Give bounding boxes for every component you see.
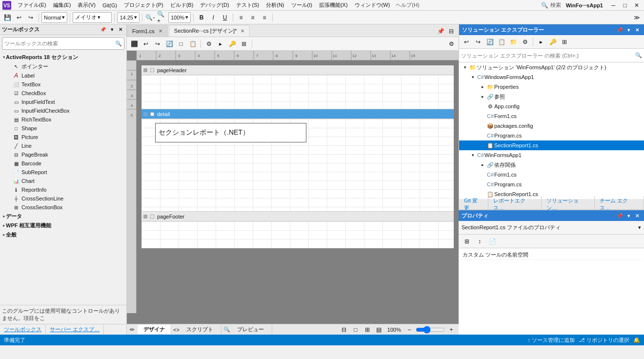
zoom-in-button[interactable]: 🔍+: [157, 12, 167, 23]
props-categorize-button[interactable]: ⊞: [462, 236, 472, 247]
sol-btn8[interactable]: 🔑: [547, 37, 558, 47]
solution-chevron-button[interactable]: ▾: [624, 26, 632, 34]
tab-designer[interactable]: デザイナ: [138, 325, 171, 334]
solution-search-input[interactable]: [461, 53, 634, 59]
tab-script[interactable]: スクリプト: [181, 325, 219, 334]
designer-btn10[interactable]: ⊞: [239, 39, 249, 49]
toolbox-search-box[interactable]: 🔍: [2, 37, 124, 50]
designer-btn8[interactable]: ▸: [215, 39, 226, 49]
toolbox-item-pagebreak[interactable]: ⊟ PageBreak: [1, 150, 125, 159]
report-textbox[interactable]: セクションレポート（.NET）: [155, 123, 306, 142]
sol-btn4[interactable]: 📋: [496, 37, 507, 47]
toolbox-item-textbox[interactable]: ⬜ TextBox: [1, 80, 125, 89]
tab-sectionreport[interactable]: SectionRe···cs [デザイン]* ✕: [169, 25, 250, 37]
sol-dependencies[interactable]: ▸ 🔗 依存関係: [459, 160, 644, 170]
toolbox-tab-toolbox[interactable]: ツールボックス: [0, 325, 46, 334]
props-close-button[interactable]: ✕: [633, 212, 641, 219]
sol-project-winforms[interactable]: ▾ C# WinFormsApp1: [459, 150, 644, 160]
menu-debug[interactable]: デバッグ(D): [197, 0, 232, 10]
sol-programcs-2[interactable]: C# Program.cs: [459, 180, 644, 189]
toolbox-item-picture[interactable]: 🖼 Picture: [1, 133, 125, 141]
sol-btn9[interactable]: ⊞: [559, 37, 570, 47]
toolbox-section-wpf[interactable]: ▸ WPF 相互運用機能: [1, 221, 125, 230]
menu-window[interactable]: ウィンドウ(W): [352, 0, 393, 10]
toolbox-item-crosssectionbox[interactable]: ⊞ CrossSectionBox: [1, 203, 125, 212]
sol-btn6[interactable]: ⚙: [520, 37, 530, 47]
menu-project[interactable]: プロジェクト(P): [121, 0, 166, 10]
menu-help[interactable]: ヘルプ(H): [396, 1, 419, 9]
menu-build[interactable]: ビルド(B): [167, 0, 197, 10]
menu-test[interactable]: テスト(S): [233, 0, 262, 10]
layout-btn1[interactable]: ⊟: [339, 324, 349, 335]
toolbox-item-pointer[interactable]: ↖ ポインター: [1, 62, 125, 71]
toolbox-item-inputfieldcheckbox[interactable]: ▭ InputFieldCheckBox: [1, 106, 125, 115]
designer-cursor-button[interactable]: ✏: [127, 324, 138, 335]
menu-git[interactable]: Git(G): [100, 1, 120, 9]
style-dropdown[interactable]: Normal: [41, 12, 67, 23]
save-button[interactable]: 💾: [2, 12, 13, 23]
toolbox-tab-server[interactable]: サーバー エクスプ…: [46, 325, 104, 334]
align-center-button[interactable]: ≡: [247, 12, 258, 23]
section-header-pagefooter[interactable]: pageFooter: [141, 212, 454, 221]
repo-select-link[interactable]: ⎇ リポジトリの選択: [579, 337, 629, 344]
section-header-pageheader[interactable]: pageHeader: [141, 65, 454, 75]
menu-view[interactable]: 表示(V): [75, 0, 99, 10]
undo-button[interactable]: ↩: [14, 12, 24, 23]
menu-file[interactable]: ファイル(E): [15, 0, 49, 10]
layout-btn2[interactable]: □: [350, 324, 361, 335]
designer-btn3[interactable]: ↪: [152, 39, 163, 49]
sol-form1cs-2[interactable]: C# Form1.cs: [459, 170, 644, 180]
tab-form1-close[interactable]: ✕: [159, 28, 162, 34]
sol-form1cs[interactable]: C# Form1.cs: [459, 111, 644, 121]
sol-references[interactable]: ▸ 🔗 参照: [459, 92, 644, 101]
sol-sectionreport1cs[interactable]: 📋 SectionReport1.cs: [459, 140, 644, 150]
props-chevron-button[interactable]: ▾: [624, 212, 632, 219]
toolbox-close-button[interactable]: ✕: [117, 26, 124, 34]
report-canvas[interactable]: pageHeader detail: [141, 65, 454, 319]
designer-btn5[interactable]: □: [176, 39, 186, 49]
toolbox-item-label[interactable]: A Label: [1, 71, 125, 80]
props-sort-button[interactable]: ↕: [474, 236, 485, 247]
zoom-out-button[interactable]: 🔍-: [145, 12, 156, 23]
toolbox-section-general[interactable]: ▸ 全般: [1, 230, 125, 239]
bold-button[interactable]: B: [196, 12, 207, 23]
toolbox-chevron-button[interactable]: ▾: [108, 26, 116, 34]
section-header-detail[interactable]: detail: [141, 109, 454, 119]
toolbox-search-input[interactable]: [4, 40, 115, 46]
toolbox-item-barcode[interactable]: ▦ Barcode: [1, 159, 125, 168]
toolbox-item-line[interactable]: ╱ Line: [1, 141, 125, 150]
designer-btn2[interactable]: ↩: [141, 39, 151, 49]
italic-button[interactable]: I: [208, 12, 219, 23]
sol-btn5[interactable]: 📁: [508, 37, 519, 47]
underline-button[interactable]: U: [220, 12, 230, 23]
solution-pin-button[interactable]: 📌: [616, 26, 624, 34]
source-control-link[interactable]: ↑ ソース管理に追加: [527, 337, 575, 344]
sol-project-windowsforms[interactable]: ▾ C# WindowsFormsApp1: [459, 72, 644, 82]
solution-root[interactable]: ▾ 📁 ソリューション 'WinFormsApp1' (2/2 のプロジェクト): [459, 62, 644, 72]
sol-btn7[interactable]: ▸: [536, 37, 546, 47]
align-right-button[interactable]: ≡: [259, 12, 270, 23]
tab-more-button[interactable]: ⊟: [446, 26, 457, 37]
redo-button[interactable]: ↪: [25, 12, 36, 23]
designer-btn1[interactable]: ⬛: [129, 39, 140, 49]
tab-preview[interactable]: プレビュー: [231, 325, 270, 334]
solution-search-box[interactable]: 🔍: [459, 49, 644, 62]
zoom-dropdown[interactable]: 100%: [168, 12, 191, 23]
designer-btn9[interactable]: 🔑: [227, 39, 238, 49]
designer-btn4[interactable]: 🔄: [164, 39, 175, 49]
toolbox-item-richtextbox[interactable]: ▤ RichTextBox: [1, 115, 125, 124]
menu-tools[interactable]: ツール(I): [288, 0, 315, 10]
tab-pin-button[interactable]: 📌: [435, 26, 446, 37]
toolbox-item-reportinfo[interactable]: ℹ ReportInfo: [1, 185, 125, 194]
menu-edit[interactable]: 編集(E): [50, 0, 74, 10]
size-dropdown[interactable]: 14.25: [117, 12, 140, 23]
toolbox-item-crosssectionline[interactable]: ┼ CrossSectionLine: [1, 194, 125, 203]
designer-settings-button[interactable]: ⚙: [446, 39, 457, 49]
toolbox-section-activereports[interactable]: ▾ ActiveReports 18 セクション: [1, 53, 125, 62]
tab-form1[interactable]: Form1.cs ✕: [127, 25, 168, 37]
more-button[interactable]: ≫: [631, 12, 642, 23]
designer-btn7[interactable]: ⚙: [203, 39, 214, 49]
solution-close-button[interactable]: ✕: [633, 26, 641, 34]
sol-app-config[interactable]: ⚙ App.config: [459, 101, 644, 111]
minimize-button[interactable]: ─: [608, 0, 619, 11]
